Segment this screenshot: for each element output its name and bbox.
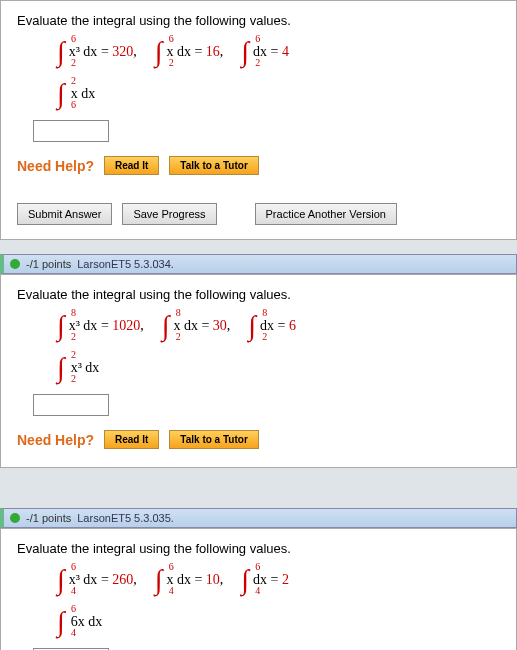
answer-input[interactable]: [33, 120, 109, 142]
read-it-button[interactable]: Read It: [104, 156, 159, 175]
question-ref: LarsonET5 5.3.034.: [77, 258, 174, 270]
talk-tutor-button[interactable]: Talk to a Tutor: [169, 430, 258, 449]
question-card-1: Evaluate the integral using the followin…: [0, 0, 517, 240]
question-ref: LarsonET5 5.3.035.: [77, 512, 174, 524]
submit-answer-button[interactable]: Submit Answer: [17, 203, 112, 225]
question-prompt: Evaluate the integral using the followin…: [17, 287, 500, 302]
asked-integral: ∫26x dx: [57, 80, 500, 108]
given-integrals: ∫64x³ dx = 260, ∫64x dx = 10, ∫64dx = 2: [57, 566, 500, 594]
points-label: -/1 points: [26, 512, 71, 524]
question-card-3: Evaluate the integral using the followin…: [0, 528, 517, 650]
expand-icon[interactable]: [10, 513, 20, 523]
answer-input[interactable]: [33, 394, 109, 416]
question-header-3: -/1 points LarsonET5 5.3.035.: [0, 508, 517, 528]
asked-integral: ∫646x dx: [57, 608, 500, 636]
save-progress-button[interactable]: Save Progress: [122, 203, 216, 225]
asked-integral: ∫22x³ dx: [57, 354, 500, 382]
need-help-label: Need Help?: [17, 432, 94, 448]
expand-icon[interactable]: [10, 259, 20, 269]
question-card-2: Evaluate the integral using the followin…: [0, 274, 517, 468]
practice-another-button[interactable]: Practice Another Version: [255, 203, 397, 225]
talk-tutor-button[interactable]: Talk to a Tutor: [169, 156, 258, 175]
given-integrals: ∫82x³ dx = 1020, ∫82x dx = 30, ∫82dx = 6: [57, 312, 500, 340]
points-label: -/1 points: [26, 258, 71, 270]
question-prompt: Evaluate the integral using the followin…: [17, 541, 500, 556]
action-row: Submit Answer Save Progress Practice Ano…: [1, 193, 516, 239]
need-help-label: Need Help?: [17, 158, 94, 174]
question-header-2: -/1 points LarsonET5 5.3.034.: [0, 254, 517, 274]
question-prompt: Evaluate the integral using the followin…: [17, 13, 500, 28]
read-it-button[interactable]: Read It: [104, 430, 159, 449]
given-integrals: ∫62x³ dx = 320, ∫62x dx = 16, ∫62dx = 4: [57, 38, 500, 66]
